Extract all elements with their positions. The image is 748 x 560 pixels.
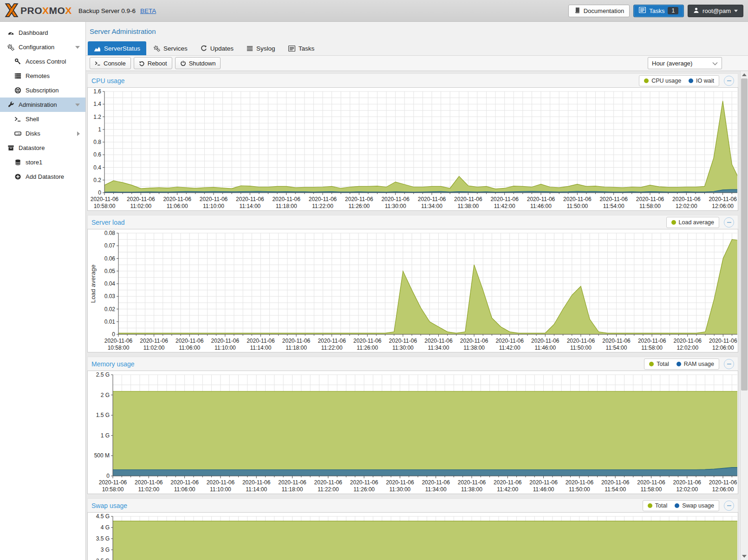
chevron-right-icon[interactable] bbox=[77, 131, 80, 136]
svg-text:11:06:00: 11:06:00 bbox=[174, 486, 195, 493]
svg-text:0.02: 0.02 bbox=[104, 306, 116, 313]
svg-text:12:02:00: 12:02:00 bbox=[676, 345, 698, 351]
load-legend: Load average bbox=[666, 217, 719, 228]
sidebar-item-store1[interactable]: store1 bbox=[0, 155, 85, 169]
scroll-up-icon[interactable] bbox=[741, 71, 748, 78]
svg-text:11:26:00: 11:26:00 bbox=[357, 345, 378, 351]
sidebar-item-dashboard[interactable]: Dashboard bbox=[0, 26, 85, 40]
collapse-icon[interactable] bbox=[724, 217, 734, 228]
memory-usage-panel: Memory usage Total RAM usage 0500 M1 G1.… bbox=[87, 357, 738, 494]
svg-text:2.5 G: 2.5 G bbox=[96, 558, 110, 560]
sidebar-item-remotes[interactable]: Remotes bbox=[0, 69, 85, 83]
legend-dot bbox=[671, 220, 676, 225]
svg-text:11:02:00: 11:02:00 bbox=[138, 486, 159, 493]
svg-text:0: 0 bbox=[106, 473, 110, 479]
legend-dot bbox=[649, 362, 654, 366]
console-button[interactable]: Console bbox=[90, 57, 131, 69]
timeframe-select[interactable]: Hour (average) bbox=[648, 57, 722, 69]
svg-text:11:42:00: 11:42:00 bbox=[494, 203, 515, 209]
svg-text:2 G: 2 G bbox=[101, 392, 110, 398]
svg-text:2020-11-06: 2020-11-06 bbox=[104, 338, 133, 344]
svg-text:11:06:00: 11:06:00 bbox=[179, 345, 200, 351]
chevron-down-icon[interactable] bbox=[75, 104, 80, 106]
collapse-icon[interactable] bbox=[724, 501, 734, 511]
server-list-icon bbox=[13, 72, 22, 79]
cpu-legend: CPU usage IO wait bbox=[639, 75, 719, 86]
svg-text:2020-11-06: 2020-11-06 bbox=[494, 479, 522, 486]
memory-usage-chart: 0500 M1 G1.5 G2 G2.5 G2020-11-0610:58:00… bbox=[87, 371, 738, 494]
svg-text:3 G: 3 G bbox=[101, 547, 110, 553]
svg-text:11:30:00: 11:30:00 bbox=[389, 486, 410, 493]
server-load-chart: 00.010.020.030.040.050.060.070.082020-11… bbox=[87, 229, 738, 352]
svg-text:10:58:00: 10:58:00 bbox=[94, 203, 116, 209]
user-menu-button[interactable]: root@pam bbox=[688, 5, 743, 17]
panel-title: Swap usage bbox=[91, 502, 127, 509]
svg-text:11:06:00: 11:06:00 bbox=[167, 203, 188, 209]
list-lines-icon bbox=[247, 46, 253, 52]
tab-tasks[interactable]: Tasks bbox=[282, 41, 321, 55]
svg-text:2020-11-06: 2020-11-06 bbox=[211, 338, 240, 344]
chart-scroll-area: CPU usage CPU usage IO wait 00.20.40.60.… bbox=[86, 71, 748, 560]
swap-usage-chart: 0500 M1 G1.5 G2 G2.5 G3 G3.5 G4 G4.5 G20… bbox=[87, 512, 738, 560]
shutdown-button[interactable]: Shutdown bbox=[175, 57, 221, 69]
sidebar-item-access-control[interactable]: Access Control bbox=[0, 54, 85, 69]
svg-text:11:22:00: 11:22:00 bbox=[321, 345, 343, 351]
svg-text:2020-11-06: 2020-11-06 bbox=[527, 196, 555, 202]
svg-text:2020-11-06: 2020-11-06 bbox=[135, 479, 163, 486]
svg-text:2020-11-06: 2020-11-06 bbox=[709, 479, 737, 486]
toolbar: Console Reboot Shutdown Hour (average) bbox=[86, 55, 748, 71]
sidebar-item-administration[interactable]: Administration bbox=[0, 98, 85, 112]
collapse-icon[interactable] bbox=[724, 76, 734, 86]
svg-text:11:34:00: 11:34:00 bbox=[428, 345, 449, 351]
chevron-down-icon[interactable] bbox=[75, 46, 80, 49]
svg-text:4 G: 4 G bbox=[101, 524, 110, 531]
tab-serverstatus[interactable]: ServerStatus bbox=[88, 41, 146, 55]
svg-text:2020-11-06: 2020-11-06 bbox=[247, 338, 275, 344]
svg-text:11:30:00: 11:30:00 bbox=[385, 203, 406, 209]
tab-services[interactable]: Services bbox=[147, 41, 194, 55]
sidebar-item-disks[interactable]: Disks bbox=[0, 126, 85, 141]
svg-text:2020-11-06: 2020-11-06 bbox=[529, 479, 558, 486]
svg-text:2020-11-06: 2020-11-06 bbox=[242, 479, 271, 486]
svg-text:11:26:00: 11:26:00 bbox=[353, 486, 375, 493]
beta-link[interactable]: BETA bbox=[140, 7, 156, 14]
server-load-panel: Server load Load average 00.010.020.030.… bbox=[87, 215, 738, 352]
sidebar-item-datastore[interactable]: Datastore bbox=[0, 141, 85, 155]
svg-text:2020-11-06: 2020-11-06 bbox=[673, 479, 702, 486]
svg-text:2020-11-06: 2020-11-06 bbox=[602, 338, 631, 344]
main-content: Server Administration ServerStatus Servi… bbox=[86, 22, 748, 560]
svg-text:2020-11-06: 2020-11-06 bbox=[709, 196, 737, 202]
svg-text:2020-11-06: 2020-11-06 bbox=[422, 479, 450, 486]
svg-text:2020-11-06: 2020-11-06 bbox=[673, 338, 702, 344]
sidebar-item-add-datastore[interactable]: Add Datastore bbox=[0, 169, 85, 184]
svg-text:11:42:00: 11:42:00 bbox=[499, 345, 520, 351]
svg-text:Load average: Load average bbox=[90, 265, 97, 303]
collapse-icon[interactable] bbox=[724, 359, 734, 369]
svg-text:2020-11-06: 2020-11-06 bbox=[163, 196, 191, 202]
tab-updates[interactable]: Updates bbox=[195, 41, 240, 55]
panel-title: Memory usage bbox=[91, 360, 135, 368]
svg-text:2020-11-06: 2020-11-06 bbox=[424, 338, 453, 344]
svg-text:11:46:00: 11:46:00 bbox=[530, 203, 552, 209]
svg-text:1: 1 bbox=[98, 126, 101, 133]
svg-text:2020-11-06: 2020-11-06 bbox=[601, 479, 630, 486]
tasks-button[interactable]: Tasks 1 bbox=[633, 5, 684, 17]
svg-text:11:10:00: 11:10:00 bbox=[210, 486, 231, 493]
svg-text:0: 0 bbox=[112, 331, 115, 338]
sidebar-item-shell[interactable]: Shell bbox=[0, 112, 85, 126]
chevron-down-icon bbox=[734, 10, 738, 12]
documentation-button[interactable]: Documentation bbox=[568, 5, 630, 17]
scrollbar-thumb[interactable] bbox=[741, 78, 748, 391]
svg-text:11:02:00: 11:02:00 bbox=[143, 345, 165, 351]
svg-text:2020-11-06: 2020-11-06 bbox=[176, 338, 204, 344]
reboot-button[interactable]: Reboot bbox=[134, 57, 172, 69]
svg-text:11:30:00: 11:30:00 bbox=[392, 345, 414, 351]
svg-text:2020-11-06: 2020-11-06 bbox=[272, 196, 300, 202]
scroll-down-icon[interactable] bbox=[741, 553, 748, 560]
sidebar-item-configuration[interactable]: Configuration bbox=[0, 40, 85, 54]
sidebar-item-subscription[interactable]: Subscription bbox=[0, 83, 85, 98]
svg-text:2020-11-06: 2020-11-06 bbox=[207, 479, 235, 486]
tab-syslog[interactable]: Syslog bbox=[241, 41, 281, 55]
svg-text:3.5 G: 3.5 G bbox=[96, 535, 110, 542]
svg-text:11:50:00: 11:50:00 bbox=[569, 486, 590, 493]
